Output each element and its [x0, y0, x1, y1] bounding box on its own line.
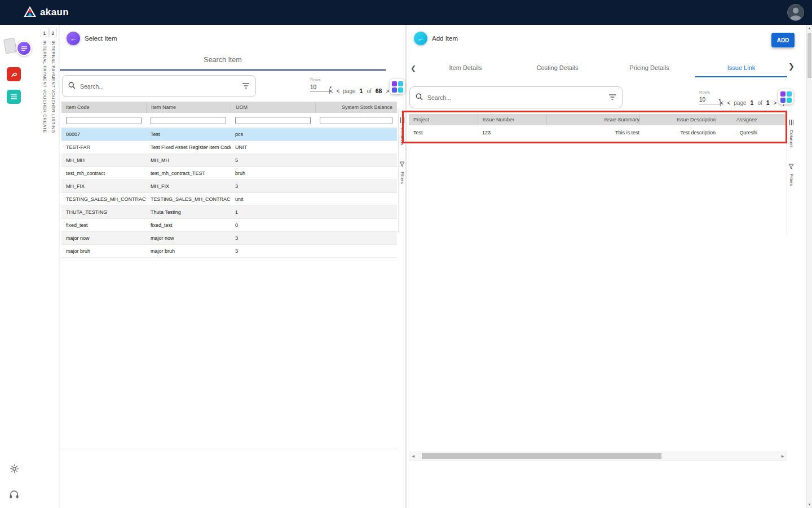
filter-input-system-stock-balance[interactable] — [320, 117, 392, 124]
tab-item-details[interactable]: Item Details — [420, 59, 511, 77]
table-cell — [315, 141, 397, 154]
brand-logo[interactable]: akaun — [24, 6, 69, 19]
table-row[interactable]: fixed_testfixed_test0 — [61, 219, 397, 232]
first-page-button[interactable]: |< — [720, 100, 723, 106]
topbar: akaun — [0, 0, 812, 25]
vertical-scrollbar-thumb[interactable] — [807, 33, 811, 78]
prev-page-button[interactable]: < — [336, 88, 339, 94]
tab-pricing-details[interactable]: Pricing Details — [603, 59, 695, 77]
table-header: Project Issue Number Issue Summary Issue… — [409, 114, 787, 125]
rows-per-page: Rows 10 ▾ — [699, 90, 721, 104]
table-cell: 123 — [478, 125, 546, 141]
table-header: Item Code Item Name UOM System Stock Bal… — [61, 102, 397, 113]
table-cell: THUTA_TESTING — [61, 206, 146, 218]
layout-grid-button[interactable] — [778, 89, 793, 104]
back-button[interactable]: ← — [414, 32, 427, 45]
column-filter-row — [61, 113, 397, 128]
columns-bars-icon — [400, 115, 405, 125]
column-header-issue-number[interactable]: Issue Number — [478, 114, 546, 125]
column-header-item-name[interactable]: Item Name — [146, 102, 231, 113]
tab-search-item[interactable]: Search Item — [60, 56, 386, 64]
filters-tool[interactable]: Filters — [788, 161, 794, 186]
table-cell: major bruh — [61, 245, 146, 257]
table-row[interactable]: test_mh_contracttest_mh_contract_TESTbru… — [61, 167, 397, 180]
table-row[interactable]: THUTA_TESTINGThuta Testing1 — [61, 206, 397, 219]
back-button[interactable]: ← — [67, 32, 80, 45]
user-avatar[interactable] — [787, 4, 804, 21]
table-cell: fixed_test — [146, 219, 231, 231]
table-row[interactable]: major bruhmajor bruh3 — [61, 245, 397, 258]
active-tab-underline — [60, 69, 386, 71]
horizontal-scrollbar-thumb[interactable] — [422, 453, 661, 459]
workspace-logo-icon[interactable] — [16, 41, 32, 56]
column-header-issue-description[interactable]: Issue Description — [639, 114, 716, 125]
next-page-button[interactable]: > — [386, 88, 389, 94]
tab-costing-details[interactable]: Costing Details — [511, 59, 603, 77]
table-body: 00007TestpcsTEST-FARTest Fixed Asset Reg… — [61, 128, 397, 258]
brand-name: akaun — [40, 7, 69, 18]
table-row[interactable]: TESTING_SALES_MH_CONTRACTTESTING_SALES_M… — [61, 193, 397, 206]
search-input[interactable] — [80, 83, 237, 90]
tab-issue-link[interactable]: Issue Link — [695, 59, 787, 77]
search-input[interactable] — [427, 94, 604, 101]
scroll-right-arrow-icon[interactable]: ► — [779, 454, 787, 459]
table-row[interactable]: Test123This is testTest descriptionQures… — [409, 125, 787, 141]
filters-tool[interactable]: Filters — [399, 159, 405, 184]
table-row[interactable]: MH_MHMH_MH5 — [61, 154, 397, 167]
filter-input-item-name[interactable] — [151, 117, 226, 124]
table-row[interactable]: TEST-FARTest Fixed Asset Register Item C… — [61, 141, 397, 154]
column-header-item-code[interactable]: Item Code — [61, 102, 146, 113]
app-menu-icon[interactable] — [7, 90, 21, 104]
column-header-system-stock-balance[interactable]: System Stock Balance — [315, 102, 397, 113]
layout-grid-button[interactable] — [390, 79, 405, 94]
table-row[interactable]: major nowmajor now3 — [61, 232, 397, 245]
table-cell: 3 — [231, 180, 315, 192]
settings-gear-icon[interactable] — [8, 463, 20, 474]
window-tab-2[interactable]: 2 INTERNAL PAYMENT VOUCHER LISTING — [49, 28, 57, 133]
tabs-next-chevron-icon[interactable]: ❯ — [788, 62, 795, 71]
scroll-up-arrow-icon[interactable]: ▲ — [807, 27, 812, 30]
window-tab-1-number[interactable]: 1 — [41, 28, 48, 37]
first-page-button[interactable]: |< — [329, 88, 332, 94]
columns-tool[interactable]: Columns — [400, 115, 405, 146]
table-cell — [315, 232, 397, 244]
page-vertical-scrollbar[interactable]: ▲ ▼ — [806, 25, 812, 508]
filter-funnel-icon[interactable] — [608, 93, 616, 103]
workspace-card-icon — [3, 37, 17, 54]
window-tab-1[interactable]: 1 INTERNAL PAYMENT VOUCHER CREATE — [41, 28, 48, 133]
column-header-assignee[interactable]: Assignee — [716, 114, 787, 125]
pdf-reader-icon[interactable] — [7, 67, 21, 81]
tabs-prev-chevron-icon[interactable]: ❮ — [407, 59, 420, 77]
panel-title: Add Item — [432, 35, 458, 42]
next-page-button[interactable]: > — [774, 100, 776, 106]
table-bottom-border — [61, 449, 398, 449]
table-cell: This is test — [546, 125, 639, 141]
filters-tool-label: Filters — [789, 174, 794, 186]
column-header-project[interactable]: Project — [409, 114, 478, 125]
column-header-issue-summary[interactable]: Issue Summary — [546, 114, 639, 125]
table-tools-strip: Columns Filters — [787, 111, 795, 235]
filter-input-item-code[interactable] — [66, 117, 142, 124]
brand-triangle-icon — [24, 6, 36, 19]
prev-page-button[interactable]: < — [727, 100, 730, 106]
table-row[interactable]: MH_FIXMH_FIX3 — [61, 180, 397, 193]
scroll-left-arrow-icon[interactable]: ◄ — [409, 454, 417, 459]
columns-bars-icon — [789, 117, 794, 128]
search-box — [62, 75, 256, 97]
table-row[interactable]: 00007Testpcs — [61, 128, 397, 141]
filter-input-uom[interactable] — [235, 117, 311, 124]
rows-select[interactable]: 10 ▾ — [699, 97, 721, 104]
table-cell — [315, 219, 397, 231]
columns-tool[interactable]: Columns — [789, 117, 794, 148]
horizontal-scrollbar[interactable]: ◄ ► — [409, 452, 787, 461]
scroll-down-arrow-icon[interactable]: ▼ — [807, 503, 812, 506]
table-cell: 1 — [231, 206, 315, 218]
support-headset-icon[interactable] — [8, 489, 20, 500]
table-cell: test_mh_contract_TEST — [146, 167, 231, 179]
add-button[interactable]: ADD — [771, 33, 795, 47]
filter-funnel-icon[interactable] — [242, 81, 250, 91]
column-header-uom[interactable]: UOM — [231, 102, 315, 113]
total-pages: 1 — [766, 99, 770, 106]
search-icon — [416, 93, 423, 103]
window-tab-2-number[interactable]: 2 — [49, 28, 57, 37]
